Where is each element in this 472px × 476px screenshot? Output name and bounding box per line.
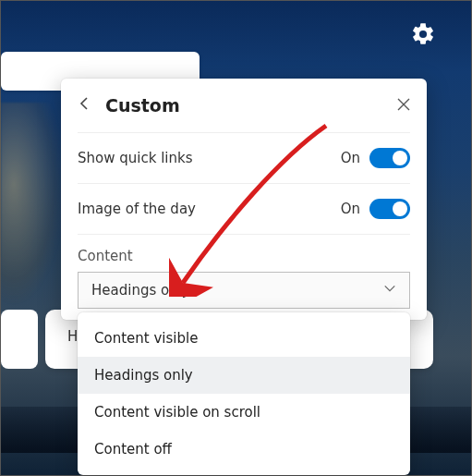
chevron-down-icon <box>383 282 396 299</box>
row-image-of-day: Image of the day On <box>78 183 410 234</box>
content-select[interactable]: Headings only <box>78 272 410 309</box>
page-settings-button[interactable] <box>410 21 436 47</box>
image-of-day-state: On <box>341 201 360 217</box>
news-card-fragment <box>1 310 38 369</box>
page-layout-panel: Custom Show quick links On Image of the … <box>61 79 427 320</box>
option-content-off[interactable]: Content off <box>78 431 410 468</box>
option-headings-only[interactable]: Headings only <box>78 357 410 394</box>
content-section-label: Content <box>78 234 410 272</box>
option-content-visible-on-scroll[interactable]: Content visible on scroll <box>78 394 410 431</box>
image-of-day-label: Image of the day <box>78 201 196 217</box>
close-button[interactable] <box>397 97 410 115</box>
panel-title: Custom <box>105 95 386 116</box>
content-select-value: Headings only <box>91 282 190 299</box>
close-icon <box>397 98 410 111</box>
new-tab-page: Ho Custom Show quick links On Image of t… <box>0 0 472 476</box>
gear-icon <box>410 21 436 47</box>
chevron-left-icon <box>78 96 92 111</box>
quick-links-label: Show quick links <box>78 150 192 166</box>
content-options-list: Content visible Headings only Content vi… <box>78 312 410 475</box>
content-dropdown: Headings only Content visible Headings o… <box>78 272 410 309</box>
background-image <box>1 103 66 306</box>
option-content-visible[interactable]: Content visible <box>78 320 410 357</box>
quick-links-state: On <box>341 150 360 166</box>
back-button[interactable] <box>78 96 94 115</box>
row-quick-links: Show quick links On <box>78 132 410 183</box>
toggle-knob <box>393 201 407 216</box>
toggle-knob <box>393 151 407 165</box>
image-of-day-toggle[interactable] <box>369 199 410 219</box>
quick-links-toggle[interactable] <box>369 148 410 168</box>
